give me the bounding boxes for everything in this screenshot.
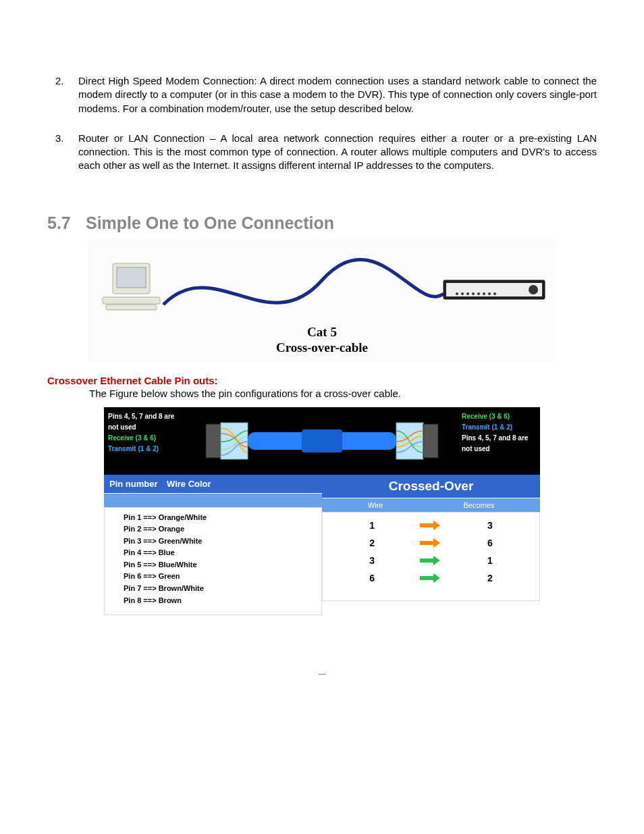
pin-color-table: Pin number Wire Color Pin 1 ==> Orange/W… (104, 475, 322, 616)
svg-rect-3 (106, 305, 157, 310)
svg-rect-2 (103, 297, 160, 304)
crossed-over-title: Crossed-Over (322, 475, 540, 498)
figure-description: The Figure below shows the pin configura… (89, 388, 597, 399)
list-item-text: Router or LAN Connection – A local area … (78, 132, 597, 173)
transmit-label: Transmit (1 & 2) (108, 444, 182, 454)
crossover-cable-illustration (186, 407, 458, 475)
svg-point-6 (529, 285, 538, 294)
svg-point-14 (493, 292, 496, 295)
cross-from: 6 (362, 573, 382, 583)
cross-row: 1 3 (323, 517, 539, 534)
svg-point-12 (483, 292, 485, 295)
pin-row: Pin 7 ==> Brown/White (124, 583, 302, 595)
cross-to: 2 (480, 573, 500, 583)
arrow-icon (420, 540, 441, 546)
connection-types-list: 2. Direct High Speed Modem Connection: A… (47, 74, 597, 173)
unused-pins-label: Pins 4, 5, 7 and 8 are not used (462, 433, 536, 454)
crossed-over-body: 1 3 2 6 3 1 6 2 (322, 512, 540, 601)
cross-to: 3 (480, 520, 500, 531)
section-heading: 5.7 Simple One to One Connection (47, 213, 597, 233)
transmit-label: Transmit (1 & 2) (462, 422, 536, 433)
svg-rect-18 (423, 424, 438, 458)
arrow-icon (420, 557, 441, 564)
pin-table-subheader (104, 494, 322, 507)
svg-point-13 (488, 292, 491, 295)
svg-rect-15 (206, 424, 221, 458)
svg-point-9 (466, 292, 469, 295)
svg-point-10 (472, 292, 475, 295)
pin-row: Pin 4 ==> Blue (124, 547, 302, 559)
cross-from: 1 (362, 520, 382, 531)
svg-point-8 (461, 292, 464, 295)
pin-row: Pin 5 ==> Blue/White (124, 559, 302, 571)
list-item-number: 2. (47, 74, 78, 115)
cross-row: 6 2 (323, 569, 539, 587)
cross-from: 2 (362, 538, 382, 548)
header-wire-color: Wire Color (167, 479, 317, 489)
list-item-number: 3. (47, 132, 78, 173)
cross-to: 6 (480, 538, 500, 548)
caption-line1: Cat 5 (88, 325, 556, 340)
cross-from: 3 (362, 555, 382, 566)
receive-label: Receive (3 & 6) (462, 411, 536, 422)
pin-table-header: Pin number Wire Color (104, 475, 322, 494)
subheader-becomes: Becomes (464, 501, 495, 509)
svg-point-7 (456, 292, 458, 295)
crossed-over-table: Crossed-Over Wire Becomes 1 3 2 6 3 (322, 475, 540, 616)
section-number: 5.7 (47, 213, 81, 233)
list-item-text: Direct High Speed Modem Connection: A di… (78, 74, 597, 115)
pin-row: Pin 3 ==> Green/White (124, 536, 302, 548)
connection-diagram: Cat 5 Cross-over-cable (88, 240, 556, 361)
diagram-caption: Cat 5 Cross-over-cable (88, 325, 556, 356)
arrow-icon (420, 575, 441, 581)
crossed-over-subheader: Wire Becomes (322, 498, 540, 512)
pin-row: Pin 2 ==> Orange (124, 523, 302, 536)
section-title: Simple One to One Connection (86, 213, 334, 232)
caption-line2: Cross-over-cable (88, 340, 556, 356)
header-pin-number: Pin number (109, 479, 167, 489)
cross-row: 3 1 (323, 552, 539, 569)
arrow-icon (420, 522, 441, 529)
right-connector-labels: Receive (3 & 6) Transmit (1 & 2) Pins 4,… (458, 407, 540, 475)
page-footer: — (47, 669, 597, 677)
pinout-tables: Pin number Wire Color Pin 1 ==> Orange/W… (104, 475, 540, 616)
svg-rect-20 (302, 429, 342, 452)
pinout-diagram: Pins 4, 5, 7 and 8 are not used Receive … (104, 407, 540, 616)
subheader-wire: Wire (368, 501, 383, 509)
pin-row: Pin 6 ==> Green (124, 571, 302, 583)
svg-point-11 (477, 292, 480, 295)
cross-row: 2 6 (323, 534, 539, 552)
receive-label: Receive (3 & 6) (108, 433, 182, 444)
pin-table-body: Pin 1 ==> Orange/White Pin 2 ==> Orange … (104, 507, 322, 616)
crossover-subheading: Crossover Ethernet Cable Pin outs: (47, 375, 597, 386)
svg-rect-1 (117, 267, 146, 288)
cross-to: 1 (480, 555, 500, 566)
unused-pins-label: Pins 4, 5, 7 and 8 are not used (108, 411, 182, 433)
pin-row: Pin 8 ==> Brown (124, 595, 302, 607)
list-item: 3. Router or LAN Connection – A local ar… (47, 132, 597, 173)
list-item: 2. Direct High Speed Modem Connection: A… (47, 74, 597, 115)
pin-row: Pin 1 ==> Orange/White (124, 512, 302, 524)
left-connector-labels: Pins 4, 5, 7 and 8 are not used Receive … (104, 407, 186, 475)
connector-strip: Pins 4, 5, 7 and 8 are not used Receive … (104, 407, 540, 475)
